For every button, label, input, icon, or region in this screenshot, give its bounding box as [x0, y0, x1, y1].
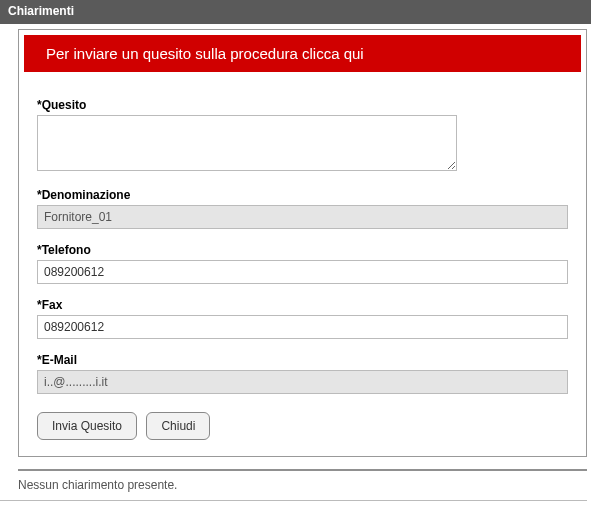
clarifications-panel: Per inviare un quesito sulla procedura c… — [18, 29, 587, 457]
denominazione-field — [37, 205, 568, 229]
status-text: Nessun chiarimento presente. — [18, 478, 177, 492]
email-label: *E-Mail — [37, 353, 568, 367]
quesito-textarea[interactable] — [37, 115, 457, 171]
quesito-label: *Quesito — [37, 98, 568, 112]
instruction-text: Per inviare un quesito sulla procedura c… — [46, 45, 364, 62]
panel-header: Chiarimenti — [0, 0, 591, 24]
submit-button-label: Invia Quesito — [52, 419, 122, 433]
telefono-field[interactable] — [37, 260, 568, 284]
close-button-label: Chiudi — [161, 419, 195, 433]
denominazione-label: *Denominazione — [37, 188, 568, 202]
close-button[interactable]: Chiudi — [146, 412, 210, 440]
panel-title: Chiarimenti — [8, 4, 74, 18]
telefono-label: *Telefono — [37, 243, 568, 257]
form-area: *Quesito *Denominazione *Telefono *Fax *… — [19, 72, 586, 456]
submit-button[interactable]: Invia Quesito — [37, 412, 137, 440]
email-field — [37, 370, 568, 394]
fax-label: *Fax — [37, 298, 568, 312]
fax-field[interactable] — [37, 315, 568, 339]
button-row: Invia Quesito Chiudi — [37, 412, 568, 440]
instruction-banner[interactable]: Per inviare un quesito sulla procedura c… — [24, 35, 581, 72]
status-line: Nessun chiarimento presente. — [0, 471, 587, 501]
